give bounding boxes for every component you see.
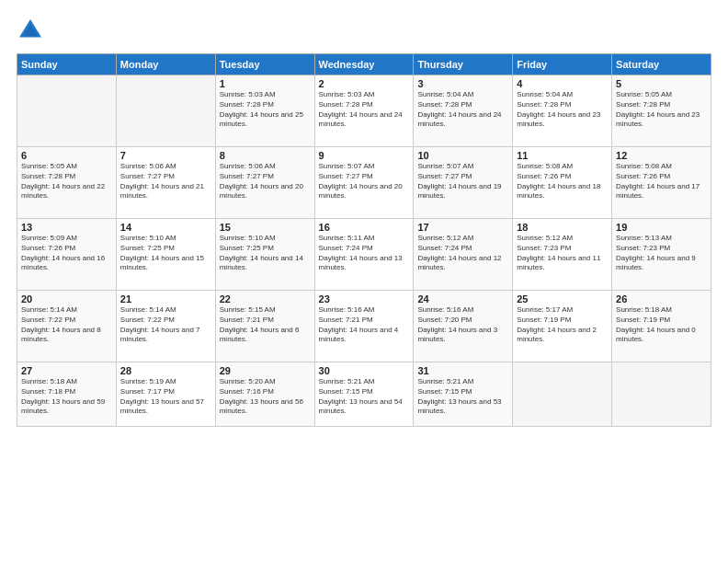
calendar-day-cell [513,362,612,427]
logo-icon [17,17,44,44]
day-number: 30 [319,365,410,376]
day-info: Sunrise: 5:10 AMSunset: 7:25 PMDaylight:… [120,234,211,273]
calendar-day-cell: 12Sunrise: 5:08 AMSunset: 7:26 PMDayligh… [612,147,711,219]
day-info: Sunrise: 5:18 AMSunset: 7:19 PMDaylight:… [616,305,707,345]
day-number: 31 [417,365,508,376]
day-info: Sunrise: 5:06 AMSunset: 7:27 PMDaylight:… [220,162,311,201]
day-info: Sunrise: 5:12 AMSunset: 7:24 PMDaylight:… [417,234,508,273]
day-info: Sunrise: 5:21 AMSunset: 7:15 PMDaylight:… [417,377,508,417]
calendar-day-cell: 11Sunrise: 5:08 AMSunset: 7:26 PMDayligh… [513,147,612,219]
day-info: Sunrise: 5:14 AMSunset: 7:22 PMDaylight:… [21,305,112,345]
day-info: Sunrise: 5:15 AMSunset: 7:21 PMDaylight:… [220,305,311,345]
day-number: 16 [319,222,410,233]
day-info: Sunrise: 5:18 AMSunset: 7:18 PMDaylight:… [21,377,112,417]
day-info: Sunrise: 5:16 AMSunset: 7:21 PMDaylight:… [319,305,410,345]
day-number: 26 [616,293,707,304]
day-info: Sunrise: 5:09 AMSunset: 7:26 PMDaylight:… [21,234,112,273]
day-info: Sunrise: 5:08 AMSunset: 7:26 PMDaylight:… [517,162,608,201]
day-info: Sunrise: 5:13 AMSunset: 7:23 PMDaylight:… [616,234,707,273]
calendar-day-cell: 27Sunrise: 5:18 AMSunset: 7:18 PMDayligh… [17,362,117,427]
day-info: Sunrise: 5:05 AMSunset: 7:28 PMDaylight:… [21,162,112,201]
day-number: 25 [517,293,608,304]
calendar-day-cell: 30Sunrise: 5:21 AMSunset: 7:15 PMDayligh… [314,362,414,427]
calendar-day-cell: 10Sunrise: 5:07 AMSunset: 7:27 PMDayligh… [414,147,513,219]
calendar-day-cell: 6Sunrise: 5:05 AMSunset: 7:28 PMDaylight… [17,147,117,219]
calendar-day-cell: 2Sunrise: 5:03 AMSunset: 7:28 PMDaylight… [314,75,414,147]
weekday-header: Saturday [612,54,711,75]
calendar-day-cell: 31Sunrise: 5:21 AMSunset: 7:15 PMDayligh… [414,362,513,427]
day-info: Sunrise: 5:05 AMSunset: 7:28 PMDaylight:… [616,90,707,130]
header [17,17,711,44]
calendar-day-cell: 5Sunrise: 5:05 AMSunset: 7:28 PMDaylight… [612,75,711,147]
day-info: Sunrise: 5:04 AMSunset: 7:28 PMDaylight:… [417,90,508,130]
day-number: 20 [21,293,112,304]
calendar-day-cell: 1Sunrise: 5:03 AMSunset: 7:28 PMDaylight… [215,75,314,147]
day-number: 4 [517,78,608,89]
day-number: 23 [319,293,410,304]
calendar-day-cell: 13Sunrise: 5:09 AMSunset: 7:26 PMDayligh… [17,219,117,291]
calendar-day-cell: 21Sunrise: 5:14 AMSunset: 7:22 PMDayligh… [116,291,215,362]
calendar-day-cell: 3Sunrise: 5:04 AMSunset: 7:28 PMDaylight… [414,75,513,147]
calendar-day-cell: 16Sunrise: 5:11 AMSunset: 7:24 PMDayligh… [314,219,414,291]
weekday-header: Monday [116,54,215,75]
day-number: 22 [220,293,311,304]
calendar-day-cell: 20Sunrise: 5:14 AMSunset: 7:22 PMDayligh… [17,291,117,362]
calendar-day-cell: 23Sunrise: 5:16 AMSunset: 7:21 PMDayligh… [314,291,414,362]
day-info: Sunrise: 5:06 AMSunset: 7:27 PMDaylight:… [120,162,211,201]
day-number: 8 [220,150,311,161]
calendar-day-cell: 29Sunrise: 5:20 AMSunset: 7:16 PMDayligh… [215,362,314,427]
calendar-day-cell: 24Sunrise: 5:16 AMSunset: 7:20 PMDayligh… [414,291,513,362]
logo [17,17,46,44]
day-number: 15 [220,222,311,233]
weekday-header: Friday [513,54,612,75]
day-number: 9 [319,150,410,161]
day-number: 12 [616,150,707,161]
day-info: Sunrise: 5:19 AMSunset: 7:17 PMDaylight:… [120,377,211,417]
calendar-week-row: 1Sunrise: 5:03 AMSunset: 7:28 PMDaylight… [17,75,711,147]
calendar-day-cell: 9Sunrise: 5:07 AMSunset: 7:27 PMDaylight… [314,147,414,219]
day-info: Sunrise: 5:11 AMSunset: 7:24 PMDaylight:… [319,234,410,273]
calendar-day-cell [17,75,117,147]
day-info: Sunrise: 5:03 AMSunset: 7:28 PMDaylight:… [220,90,311,130]
day-number: 14 [120,222,211,233]
calendar-day-cell [612,362,711,427]
day-info: Sunrise: 5:16 AMSunset: 7:20 PMDaylight:… [417,305,508,345]
calendar-week-row: 13Sunrise: 5:09 AMSunset: 7:26 PMDayligh… [17,219,711,291]
calendar-day-cell: 25Sunrise: 5:17 AMSunset: 7:19 PMDayligh… [513,291,612,362]
day-info: Sunrise: 5:07 AMSunset: 7:27 PMDaylight:… [417,162,508,201]
day-info: Sunrise: 5:10 AMSunset: 7:25 PMDaylight:… [220,234,311,273]
day-number: 27 [21,365,112,376]
day-number: 10 [417,150,508,161]
calendar-day-cell: 7Sunrise: 5:06 AMSunset: 7:27 PMDaylight… [116,147,215,219]
calendar-week-row: 27Sunrise: 5:18 AMSunset: 7:18 PMDayligh… [17,362,711,427]
calendar-day-cell: 19Sunrise: 5:13 AMSunset: 7:23 PMDayligh… [612,219,711,291]
day-info: Sunrise: 5:03 AMSunset: 7:28 PMDaylight:… [319,90,410,130]
calendar-week-row: 6Sunrise: 5:05 AMSunset: 7:28 PMDaylight… [17,147,711,219]
calendar-day-cell: 22Sunrise: 5:15 AMSunset: 7:21 PMDayligh… [215,291,314,362]
calendar-day-cell: 8Sunrise: 5:06 AMSunset: 7:27 PMDaylight… [215,147,314,219]
day-info: Sunrise: 5:17 AMSunset: 7:19 PMDaylight:… [517,305,608,345]
calendar-day-cell [116,75,215,147]
weekday-header: Tuesday [215,54,314,75]
day-number: 17 [417,222,508,233]
day-info: Sunrise: 5:12 AMSunset: 7:23 PMDaylight:… [517,234,608,273]
day-info: Sunrise: 5:14 AMSunset: 7:22 PMDaylight:… [120,305,211,345]
day-number: 2 [319,78,410,89]
weekday-header: Sunday [17,54,117,75]
page: SundayMondayTuesdayWednesdayThursdayFrid… [0,0,728,563]
day-info: Sunrise: 5:04 AMSunset: 7:28 PMDaylight:… [517,90,608,130]
calendar-day-cell: 4Sunrise: 5:04 AMSunset: 7:28 PMDaylight… [513,75,612,147]
day-info: Sunrise: 5:21 AMSunset: 7:15 PMDaylight:… [319,377,410,417]
weekday-header: Wednesday [314,54,414,75]
day-info: Sunrise: 5:20 AMSunset: 7:16 PMDaylight:… [220,377,311,417]
day-number: 19 [616,222,707,233]
day-number: 7 [120,150,211,161]
day-number: 1 [220,78,311,89]
day-number: 5 [616,78,707,89]
day-number: 3 [417,78,508,89]
day-number: 24 [417,293,508,304]
day-number: 21 [120,293,211,304]
weekday-header: Thursday [414,54,513,75]
calendar: SundayMondayTuesdayWednesdayThursdayFrid… [17,53,711,427]
calendar-day-cell: 28Sunrise: 5:19 AMSunset: 7:17 PMDayligh… [116,362,215,427]
